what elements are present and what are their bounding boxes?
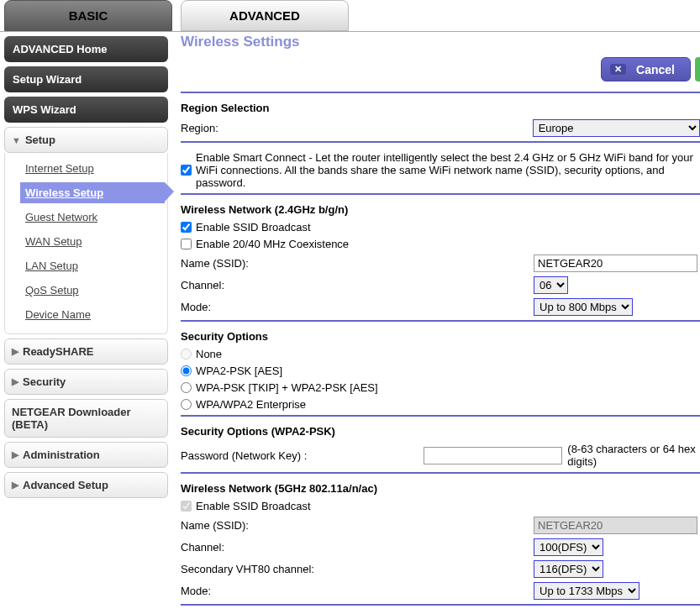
sidebar-item-qos-setup[interactable]: QoS Setup [20, 280, 165, 301]
region-title: Region Selection [181, 102, 700, 114]
content-area: Wireless Settings ✕ Cancel Region Select… [172, 32, 700, 614]
channel-5-label: Channel: [181, 541, 534, 554]
chevron-right-icon: ▶ [12, 346, 18, 357]
close-icon: ✕ [610, 64, 626, 75]
vht-5-select[interactable]: 116(DFS) [534, 560, 603, 578]
ssid-broadcast-5-checkbox[interactable] [181, 501, 192, 512]
sec24-mixed-radio[interactable] [181, 382, 192, 393]
tab-advanced[interactable]: ADVANCED [181, 0, 349, 31]
nav-tabs: BASIC ADVANCED [4, 0, 700, 31]
sidebar-item-device-name[interactable]: Device Name [20, 304, 165, 325]
cancel-button[interactable]: ✕ Cancel [601, 57, 691, 81]
chevron-right-icon: ▶ [12, 449, 18, 460]
pwd24-input[interactable] [424, 447, 562, 464]
sidebar-item-wireless-setup[interactable]: Wireless Setup [20, 182, 165, 203]
channel-5-select[interactable]: 100(DFS) [534, 538, 603, 556]
pwd24-title: Security Options (WPA2-PSK) [181, 425, 700, 438]
sidebar: ADVANCED Home Setup Wizard WPS Wizard ▼ … [0, 32, 172, 614]
ssid-broadcast-24-checkbox[interactable] [181, 222, 192, 233]
sidebar-setup-children: Internet Setup Wireless Setup Guest Netw… [4, 153, 168, 334]
band24-title: Wireless Network (2.4GHz b/g/n) [181, 203, 700, 216]
apply-button-edge[interactable] [695, 57, 700, 81]
security-24-title: Security Options [181, 330, 700, 343]
ssid-24-input[interactable] [534, 255, 697, 272]
sidebar-setup[interactable]: ▼ Setup [4, 127, 168, 153]
divider [181, 415, 700, 417]
chevron-right-icon: ▶ [12, 376, 18, 387]
chevron-right-icon: ▶ [12, 480, 18, 491]
smart-connect-label: Enable Smart Connect - Let the router in… [196, 151, 700, 189]
divider [181, 92, 700, 93]
region-select[interactable]: Europe [533, 119, 700, 137]
sidebar-item-guest-network[interactable]: Guest Network [20, 207, 165, 228]
sec24-enterprise-radio[interactable] [181, 399, 192, 410]
coexistence-24-checkbox[interactable] [181, 239, 192, 249]
divider [181, 472, 700, 474]
pwd24-label: Password (Network Key) : [181, 449, 424, 462]
sidebar-item-internet-setup[interactable]: Internet Setup [20, 158, 165, 179]
sec24-none-radio[interactable] [181, 349, 192, 359]
sec24-wpa2-radio[interactable] [181, 365, 192, 376]
divider [181, 604, 700, 606]
chevron-down-icon: ▼ [12, 135, 21, 145]
pwd24-hint: (8-63 characters or 64 hex digits) [567, 443, 700, 468]
mode-24-select[interactable]: Up to 800 Mbps [534, 298, 633, 316]
band5-title: Wireless Network (5GHz 802.11a/n/ac) [181, 482, 700, 495]
divider [181, 193, 700, 195]
sidebar-administration[interactable]: ▶ Administration [4, 442, 168, 468]
page-title: Wireless Settings [181, 34, 700, 50]
ssid-5-label: Name (SSID): [181, 519, 534, 532]
sidebar-advanced-home[interactable]: ADVANCED Home [4, 36, 168, 62]
mode-5-label: Mode: [181, 585, 534, 597]
sidebar-advanced-setup[interactable]: ▶ Advanced Setup [4, 472, 168, 498]
mode-24-label: Mode: [181, 301, 534, 313]
ssid-5-input [534, 517, 697, 534]
sidebar-wps-wizard[interactable]: WPS Wizard [4, 97, 168, 123]
sidebar-readyshare[interactable]: ▶ ReadySHARE [4, 338, 168, 365]
channel-24-label: Channel: [181, 279, 534, 291]
sidebar-item-lan-setup[interactable]: LAN Setup [20, 255, 165, 276]
divider [181, 320, 700, 322]
sidebar-security[interactable]: ▶ Security [4, 369, 168, 395]
sidebar-item-wan-setup[interactable]: WAN Setup [20, 231, 165, 252]
divider [181, 141, 700, 143]
smart-connect-checkbox[interactable] [181, 165, 192, 176]
tab-basic[interactable]: BASIC [4, 0, 172, 31]
vht-5-label: Secondary VHT80 channel: [181, 563, 534, 575]
sidebar-setup-wizard[interactable]: Setup Wizard [4, 66, 168, 92]
channel-24-select[interactable]: 06 [534, 276, 568, 294]
mode-5-select[interactable]: Up to 1733 Mbps [534, 582, 639, 600]
ssid-24-label: Name (SSID): [181, 257, 534, 270]
region-label: Region: [181, 122, 533, 134]
sidebar-downloader[interactable]: NETGEAR Downloader (BETA) [4, 399, 168, 438]
